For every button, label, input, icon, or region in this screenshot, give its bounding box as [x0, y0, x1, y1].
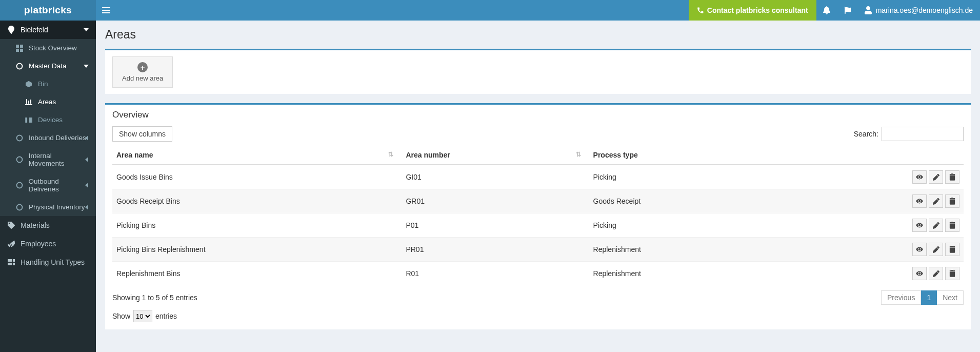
svg-point-0	[17, 63, 23, 69]
sidebar-item-label: Employees	[21, 240, 56, 248]
cell-area-number: GR01	[402, 189, 589, 213]
pager-next[interactable]: Next	[937, 290, 964, 305]
sidebar-item-label: Physical Inventory	[29, 203, 85, 211]
chevron-left-icon	[85, 205, 89, 210]
trash-icon	[949, 198, 955, 205]
nav-toggle-button[interactable]	[96, 0, 116, 21]
sidebar-item-bin[interactable]: Bin	[0, 75, 96, 93]
ring-icon	[15, 156, 24, 163]
delete-button[interactable]	[945, 219, 959, 232]
cell-actions	[845, 189, 964, 213]
edit-button[interactable]	[929, 194, 943, 208]
topbar: platbricks Contact platbricks consultant…	[0, 0, 980, 21]
contact-consultant-button[interactable]: Contact platbricks consultant	[689, 0, 816, 21]
edit-button[interactable]	[929, 243, 943, 256]
sidebar-item-internal-movements[interactable]: Internal Movements	[0, 147, 96, 172]
cell-area-number: P01	[402, 213, 589, 238]
delete-button[interactable]	[945, 267, 959, 280]
add-new-area-button[interactable]: + Add new area	[112, 56, 173, 88]
table-row: Goods Issue BinsGI01Picking	[112, 165, 964, 189]
cell-actions	[845, 165, 964, 189]
edit-icon	[933, 222, 939, 229]
area-icon	[25, 99, 33, 105]
sidebar-item-label: Internal Movements	[29, 152, 89, 167]
eye-icon	[916, 246, 923, 252]
grid-icon	[15, 45, 24, 52]
ring-icon	[15, 63, 24, 70]
table-row: Picking BinsP01Picking	[112, 213, 964, 238]
cell-process-type: Replenishment	[589, 262, 845, 286]
col-process-type[interactable]: Process type	[589, 146, 845, 165]
col-label: Process type	[593, 151, 638, 159]
length-suffix: entries	[155, 312, 177, 320]
table-info: Showing 1 to 5 of 5 entries	[112, 294, 197, 302]
user-menu[interactable]: marina.oes@demoenglisch.de	[857, 0, 980, 21]
sidebar-item-areas[interactable]: Areas	[0, 93, 96, 111]
edit-button[interactable]	[929, 170, 943, 184]
flag-icon	[844, 6, 851, 14]
delete-button[interactable]	[945, 243, 959, 256]
page-title: Areas	[105, 28, 971, 42]
delete-button[interactable]	[945, 194, 959, 208]
length-prefix: Show	[112, 312, 130, 320]
edit-icon	[933, 198, 939, 205]
edit-icon	[933, 270, 939, 277]
cell-process-type: Goods Receipt	[589, 189, 845, 213]
areas-table: Area name ⇅ Area number ⇅ Process type	[112, 146, 964, 285]
edit-button[interactable]	[929, 267, 943, 280]
pager-previous[interactable]: Previous	[881, 290, 921, 305]
search-input[interactable]	[882, 127, 964, 141]
sidebar-item-materials[interactable]: Materials	[0, 216, 96, 234]
cell-area-name: Replenishment Bins	[112, 262, 402, 286]
sidebar-item-handling-unit-types[interactable]: Handling Unit Types	[0, 253, 96, 271]
sidebar-item-physical-inventory[interactable]: Physical Inventory	[0, 198, 96, 216]
length-select[interactable]: 10	[133, 310, 152, 322]
col-area-number[interactable]: Area number ⇅	[402, 146, 589, 165]
col-label: Area name	[116, 151, 153, 159]
sidebar-item-label: Outbound Deliveries	[28, 178, 89, 193]
trash-icon	[949, 246, 955, 253]
table-tools: Show columns Search:	[105, 120, 971, 146]
cell-process-type: Picking	[589, 165, 845, 189]
sidebar-item-employees[interactable]: Employees	[0, 234, 96, 253]
view-button[interactable]	[912, 219, 927, 232]
table-footer: Showing 1 to 5 of 5 entries Previous 1 N…	[105, 285, 971, 307]
sidebar-item-outbound-deliveries[interactable]: Outbound Deliveries	[0, 172, 96, 198]
svg-point-3	[16, 183, 22, 188]
view-button[interactable]	[912, 243, 927, 256]
pager-page-1[interactable]: 1	[921, 290, 937, 305]
panel-actions: + Add new area	[105, 49, 971, 94]
table-row: Goods Receipt BinsGR01Goods Receipt	[112, 189, 964, 213]
sidebar-site-selector[interactable]: Bielefeld	[0, 21, 96, 39]
sidebar-item-inbound-deliveries[interactable]: Inbound Deliveries	[0, 129, 96, 147]
overview-title: Overview	[105, 105, 971, 120]
ring-icon	[15, 182, 23, 189]
eye-icon	[916, 198, 923, 204]
svg-point-1	[17, 135, 23, 141]
view-button[interactable]	[912, 267, 927, 280]
cube-icon	[25, 81, 33, 87]
tag-icon	[7, 222, 15, 229]
hamburger-icon	[102, 7, 110, 13]
user-label: marina.oes@demoenglisch.de	[876, 6, 973, 14]
show-columns-button[interactable]: Show columns	[112, 126, 172, 142]
view-button[interactable]	[912, 194, 927, 208]
cell-area-name: Goods Issue Bins	[112, 165, 402, 189]
cell-process-type: Picking	[589, 213, 845, 238]
bell-icon	[823, 6, 830, 14]
trash-icon	[949, 222, 955, 229]
col-area-name[interactable]: Area name ⇅	[112, 146, 402, 165]
notifications-button[interactable]	[816, 0, 837, 21]
view-button[interactable]	[912, 170, 927, 184]
content: Areas + Add new area Overview Show colum…	[96, 21, 980, 351]
flag-button[interactable]	[837, 0, 857, 21]
brand-logo[interactable]: platbricks	[0, 0, 96, 21]
delete-button[interactable]	[945, 170, 959, 184]
sidebar-item-devices[interactable]: Devices	[0, 111, 96, 129]
sidebar-item-master-data[interactable]: Master Data	[0, 57, 96, 75]
user-icon	[865, 6, 872, 14]
search-label: Search:	[854, 130, 878, 138]
sidebar-item-stock-overview[interactable]: Stock Overview	[0, 39, 96, 57]
sidebar-item-label: Areas	[38, 98, 56, 106]
edit-button[interactable]	[929, 219, 943, 232]
